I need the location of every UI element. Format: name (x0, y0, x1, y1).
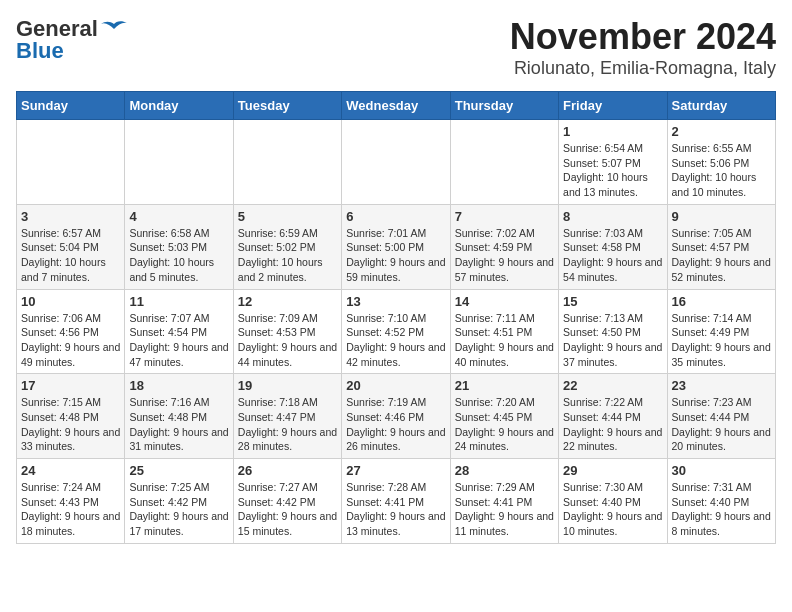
calendar-cell: 11Sunrise: 7:07 AM Sunset: 4:54 PM Dayli… (125, 289, 233, 374)
calendar-cell: 3Sunrise: 6:57 AM Sunset: 5:04 PM Daylig… (17, 204, 125, 289)
calendar-cell: 29Sunrise: 7:30 AM Sunset: 4:40 PM Dayli… (559, 459, 667, 544)
day-number: 29 (563, 463, 662, 478)
day-info: Sunrise: 7:31 AM Sunset: 4:40 PM Dayligh… (672, 480, 771, 539)
calendar-table: SundayMondayTuesdayWednesdayThursdayFrid… (16, 91, 776, 544)
day-number: 21 (455, 378, 554, 393)
day-header-monday: Monday (125, 92, 233, 120)
day-info: Sunrise: 7:03 AM Sunset: 4:58 PM Dayligh… (563, 226, 662, 285)
calendar-cell: 10Sunrise: 7:06 AM Sunset: 4:56 PM Dayli… (17, 289, 125, 374)
day-number: 23 (672, 378, 771, 393)
calendar-cell (233, 120, 341, 205)
title-section: November 2024 Riolunato, Emilia-Romagna,… (510, 16, 776, 79)
day-number: 16 (672, 294, 771, 309)
day-info: Sunrise: 7:29 AM Sunset: 4:41 PM Dayligh… (455, 480, 554, 539)
day-info: Sunrise: 7:06 AM Sunset: 4:56 PM Dayligh… (21, 311, 120, 370)
calendar-cell: 9Sunrise: 7:05 AM Sunset: 4:57 PM Daylig… (667, 204, 775, 289)
calendar-cell: 26Sunrise: 7:27 AM Sunset: 4:42 PM Dayli… (233, 459, 341, 544)
calendar-cell (342, 120, 450, 205)
calendar-cell: 24Sunrise: 7:24 AM Sunset: 4:43 PM Dayli… (17, 459, 125, 544)
day-number: 22 (563, 378, 662, 393)
day-number: 8 (563, 209, 662, 224)
calendar-week-row: 10Sunrise: 7:06 AM Sunset: 4:56 PM Dayli… (17, 289, 776, 374)
calendar-week-row: 3Sunrise: 6:57 AM Sunset: 5:04 PM Daylig… (17, 204, 776, 289)
day-info: Sunrise: 7:25 AM Sunset: 4:42 PM Dayligh… (129, 480, 228, 539)
calendar-cell: 18Sunrise: 7:16 AM Sunset: 4:48 PM Dayli… (125, 374, 233, 459)
day-number: 19 (238, 378, 337, 393)
calendar-cell: 12Sunrise: 7:09 AM Sunset: 4:53 PM Dayli… (233, 289, 341, 374)
day-header-saturday: Saturday (667, 92, 775, 120)
day-info: Sunrise: 7:15 AM Sunset: 4:48 PM Dayligh… (21, 395, 120, 454)
calendar-cell: 15Sunrise: 7:13 AM Sunset: 4:50 PM Dayli… (559, 289, 667, 374)
day-info: Sunrise: 7:09 AM Sunset: 4:53 PM Dayligh… (238, 311, 337, 370)
day-number: 13 (346, 294, 445, 309)
calendar-cell: 23Sunrise: 7:23 AM Sunset: 4:44 PM Dayli… (667, 374, 775, 459)
day-header-tuesday: Tuesday (233, 92, 341, 120)
day-number: 25 (129, 463, 228, 478)
day-header-sunday: Sunday (17, 92, 125, 120)
day-number: 30 (672, 463, 771, 478)
day-info: Sunrise: 7:01 AM Sunset: 5:00 PM Dayligh… (346, 226, 445, 285)
calendar-cell: 20Sunrise: 7:19 AM Sunset: 4:46 PM Dayli… (342, 374, 450, 459)
day-info: Sunrise: 7:05 AM Sunset: 4:57 PM Dayligh… (672, 226, 771, 285)
day-number: 15 (563, 294, 662, 309)
calendar-cell: 19Sunrise: 7:18 AM Sunset: 4:47 PM Dayli… (233, 374, 341, 459)
calendar-cell: 28Sunrise: 7:29 AM Sunset: 4:41 PM Dayli… (450, 459, 558, 544)
day-number: 4 (129, 209, 228, 224)
logo-blue: Blue (16, 38, 64, 64)
logo: General Blue (16, 16, 128, 64)
day-info: Sunrise: 7:11 AM Sunset: 4:51 PM Dayligh… (455, 311, 554, 370)
day-info: Sunrise: 7:18 AM Sunset: 4:47 PM Dayligh… (238, 395, 337, 454)
day-number: 9 (672, 209, 771, 224)
calendar-cell: 1Sunrise: 6:54 AM Sunset: 5:07 PM Daylig… (559, 120, 667, 205)
day-number: 20 (346, 378, 445, 393)
day-info: Sunrise: 7:16 AM Sunset: 4:48 PM Dayligh… (129, 395, 228, 454)
day-number: 2 (672, 124, 771, 139)
day-header-thursday: Thursday (450, 92, 558, 120)
day-number: 24 (21, 463, 120, 478)
calendar-cell: 16Sunrise: 7:14 AM Sunset: 4:49 PM Dayli… (667, 289, 775, 374)
calendar-cell: 17Sunrise: 7:15 AM Sunset: 4:48 PM Dayli… (17, 374, 125, 459)
calendar-cell: 25Sunrise: 7:25 AM Sunset: 4:42 PM Dayli… (125, 459, 233, 544)
day-number: 1 (563, 124, 662, 139)
day-number: 18 (129, 378, 228, 393)
calendar-cell: 6Sunrise: 7:01 AM Sunset: 5:00 PM Daylig… (342, 204, 450, 289)
day-info: Sunrise: 7:22 AM Sunset: 4:44 PM Dayligh… (563, 395, 662, 454)
day-info: Sunrise: 6:55 AM Sunset: 5:06 PM Dayligh… (672, 141, 771, 200)
day-number: 7 (455, 209, 554, 224)
logo-bird-icon (100, 20, 128, 38)
day-info: Sunrise: 7:23 AM Sunset: 4:44 PM Dayligh… (672, 395, 771, 454)
calendar-week-row: 17Sunrise: 7:15 AM Sunset: 4:48 PM Dayli… (17, 374, 776, 459)
calendar-cell: 30Sunrise: 7:31 AM Sunset: 4:40 PM Dayli… (667, 459, 775, 544)
day-info: Sunrise: 7:14 AM Sunset: 4:49 PM Dayligh… (672, 311, 771, 370)
calendar-cell: 2Sunrise: 6:55 AM Sunset: 5:06 PM Daylig… (667, 120, 775, 205)
day-info: Sunrise: 7:28 AM Sunset: 4:41 PM Dayligh… (346, 480, 445, 539)
calendar-cell (125, 120, 233, 205)
day-header-wednesday: Wednesday (342, 92, 450, 120)
calendar-header-row: SundayMondayTuesdayWednesdayThursdayFrid… (17, 92, 776, 120)
calendar-cell: 21Sunrise: 7:20 AM Sunset: 4:45 PM Dayli… (450, 374, 558, 459)
calendar-week-row: 24Sunrise: 7:24 AM Sunset: 4:43 PM Dayli… (17, 459, 776, 544)
day-info: Sunrise: 6:57 AM Sunset: 5:04 PM Dayligh… (21, 226, 120, 285)
day-number: 6 (346, 209, 445, 224)
day-number: 14 (455, 294, 554, 309)
calendar-cell: 27Sunrise: 7:28 AM Sunset: 4:41 PM Dayli… (342, 459, 450, 544)
day-info: Sunrise: 7:10 AM Sunset: 4:52 PM Dayligh… (346, 311, 445, 370)
calendar-cell: 22Sunrise: 7:22 AM Sunset: 4:44 PM Dayli… (559, 374, 667, 459)
day-number: 3 (21, 209, 120, 224)
day-info: Sunrise: 6:58 AM Sunset: 5:03 PM Dayligh… (129, 226, 228, 285)
day-number: 10 (21, 294, 120, 309)
day-number: 12 (238, 294, 337, 309)
calendar-week-row: 1Sunrise: 6:54 AM Sunset: 5:07 PM Daylig… (17, 120, 776, 205)
day-info: Sunrise: 7:27 AM Sunset: 4:42 PM Dayligh… (238, 480, 337, 539)
calendar-cell: 8Sunrise: 7:03 AM Sunset: 4:58 PM Daylig… (559, 204, 667, 289)
day-info: Sunrise: 7:20 AM Sunset: 4:45 PM Dayligh… (455, 395, 554, 454)
page-subtitle: Riolunato, Emilia-Romagna, Italy (510, 58, 776, 79)
day-info: Sunrise: 7:07 AM Sunset: 4:54 PM Dayligh… (129, 311, 228, 370)
calendar-cell: 5Sunrise: 6:59 AM Sunset: 5:02 PM Daylig… (233, 204, 341, 289)
calendar-cell (450, 120, 558, 205)
day-number: 11 (129, 294, 228, 309)
day-number: 5 (238, 209, 337, 224)
page-header: General Blue November 2024 Riolunato, Em… (16, 16, 776, 79)
day-info: Sunrise: 6:59 AM Sunset: 5:02 PM Dayligh… (238, 226, 337, 285)
day-header-friday: Friday (559, 92, 667, 120)
